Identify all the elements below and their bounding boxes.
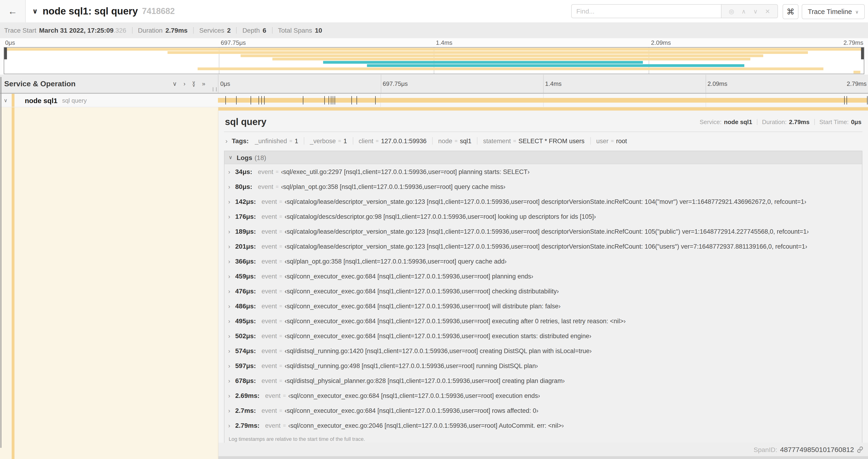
log-row[interactable]: ›142μs:event=‹sql/catalog/lease/descript… [224,194,862,209]
keyboard-shortcuts-button[interactable]: ⌘ [783,4,799,19]
back-arrow-icon: ← [8,6,17,17]
log-row[interactable]: ›176μs:event=‹sql/catalog/descs/descript… [224,209,862,224]
expand-one-icon[interactable]: › [183,81,186,87]
link-icon[interactable] [857,446,863,453]
meta-value: 0μs [851,119,862,126]
equals-sign: = [513,138,516,144]
log-row[interactable]: ›502μs:event=‹sql/conn_executor_exec.go:… [224,328,862,343]
log-field-key: event [261,302,277,309]
span-duration-bar[interactable] [218,98,868,103]
log-row[interactable]: ›366μs:event=‹sql/plan_opt.go:358 [nsql1… [224,254,862,269]
tags-row[interactable]: › Tags: _unfinished=1_verbose=1client=12… [224,132,862,150]
minimap-canvas[interactable] [4,47,864,74]
log-row[interactable]: ›459μs:event=‹sql/conn_executor_exec.go:… [224,269,862,284]
left-pane-scrollbar[interactable] [0,77,1,448]
log-row[interactable]: ›486μs:event=‹sql/conn_executor_exec.go:… [224,299,862,314]
span-detail-title: sql query [225,117,267,127]
log-rows: ›34μs:event=‹sql/exec_util.go:2297 [nsql… [224,164,862,433]
log-row[interactable]: ›678μs:event=‹sql/distsql_physical_plann… [224,373,862,388]
log-row[interactable]: ›2.79ms:event=‹sql/conn_executor_exec.go… [224,418,862,433]
logs-count: (18) [254,154,266,161]
collapse-all-icon[interactable]: ∨∨ [192,81,195,87]
tag-key: client [359,137,373,144]
log-field-value: ‹sql/distsql_running.go:1420 [nsql1,clie… [285,347,592,354]
log-field-key: event [261,273,277,280]
view-select-button[interactable]: Trace Timeline ∨ [802,4,865,19]
detail-panel-column: sql query Service:node sql1Duration:2.79… [218,107,868,459]
log-row[interactable]: ›2.69ms:event=‹sql/conn_executor_exec.go… [224,388,862,403]
chevron-down-icon: ∨ [855,9,859,14]
log-marker-tick [867,96,867,104]
log-marker-tick [225,96,226,104]
find-bar: ◎ ∧ ∨ ✕ [571,4,778,18]
equals-sign: = [276,184,279,189]
span-collapse-icon[interactable]: ∨ [4,97,7,103]
chevron-down-icon: ∨ [229,154,232,160]
prev-match-icon[interactable]: ∧ [742,8,746,15]
span-bar-cell[interactable] [218,94,868,107]
column-resizer-handle[interactable] [213,87,217,91]
minimap-drag-handle[interactable] [4,47,7,59]
span-row: ∨ node sql1 sql query [0,94,868,107]
equals-sign: = [279,199,282,204]
minimap-drag-handle[interactable] [861,47,864,59]
back-button[interactable]: ← [0,0,26,22]
equals-sign: = [279,258,282,264]
log-timestamp: 189μs: [235,228,256,235]
log-row[interactable]: ›34μs:event=‹sql/exec_util.go:2297 [nsql… [224,164,862,179]
focus-match-icon[interactable]: ◎ [729,8,734,15]
expand-all-icon[interactable]: » [202,81,205,87]
log-timestamp: 2.69ms: [235,392,259,399]
collapse-one-icon[interactable]: ∨ [173,81,177,87]
log-timestamp: 486μs: [235,302,256,310]
log-field-key: event [261,407,277,414]
span-operation-name: sql query [62,97,87,104]
equals-sign: = [279,348,282,354]
log-field-value: ‹sql/conn_executor_exec.go:684 [nsql1,cl… [288,392,540,399]
axis-tick-label: 2.09ms [708,80,727,87]
meta-value: 2.79ms [789,119,809,126]
log-row[interactable]: ›495μs:event=‹sql/conn_executor_exec.go:… [224,314,862,328]
log-row[interactable]: ›574μs:event=‹sql/distsql_running.go:142… [224,343,862,358]
log-marker-tick [375,96,376,104]
span-name-cell[interactable]: ∨ node sql1 sql query [0,94,218,107]
log-row[interactable]: ›2.7ms:event=‹sql/conn_executor_exec.go:… [224,403,862,418]
find-input[interactable] [571,4,721,18]
log-row[interactable]: ›476μs:event=‹sql/conn_executor_exec.go:… [224,284,862,299]
span-id-value: 4877749850101760812 [780,446,854,453]
trace-info-label: Services [199,27,224,34]
tag-value: root [616,137,627,144]
tag-item: node=sql1 [438,137,471,144]
log-timestamp: 495μs: [235,317,256,325]
log-field-value: ‹sql/catalog/lease/descriptor_version_st… [285,243,807,250]
log-field-value: ‹sql/catalog/lease/descriptor_version_st… [285,198,806,205]
log-timestamp: 201μs: [235,242,256,250]
log-row[interactable]: ›189μs:event=‹sql/catalog/lease/descript… [224,224,862,239]
log-marker-tick [328,96,329,104]
chevron-right-icon: › [225,137,227,144]
equals-sign: = [279,408,282,413]
trace-info-item: Duration2.79ms [138,27,188,34]
equals-sign: = [279,333,282,339]
log-row[interactable]: ›80μs:event=‹sql/plan_opt.go:358 [nsql1,… [224,179,862,194]
divider [757,119,757,125]
log-field-value: ‹sql/conn_executor_exec.go:684 [nsql1,cl… [285,332,591,339]
log-marker-tick [303,96,303,104]
log-marker-tick [251,96,251,104]
detail-span-accent-bar [218,107,868,110]
gridline [381,75,381,93]
timeline-header-row: Service & Operation ∨›∨∨» 0μs697.75μs1.4… [0,75,868,94]
logs-header[interactable]: ∨ Logs (18) [224,151,862,164]
minimap-span [4,48,864,51]
log-row[interactable]: ›597μs:event=‹sql/distsql_running.go:498… [224,358,862,373]
axis-tick-label: 1.4ms [436,39,453,46]
meta-label: Start Time: [819,119,849,126]
clear-find-icon[interactable]: ✕ [765,8,770,15]
service-operation-label: Service & Operation [4,79,75,88]
next-match-icon[interactable]: ∨ [753,8,757,15]
trace-info-label: Depth [242,27,260,34]
log-row[interactable]: ›201μs:event=‹sql/catalog/lease/descript… [224,239,862,254]
trace-summary-bar: Trace StartMarch 31 2022, 17:25:09.326Du… [0,22,868,39]
tag-value: 1 [343,137,347,144]
trace-collapse-icon[interactable]: ∨ [32,7,38,15]
